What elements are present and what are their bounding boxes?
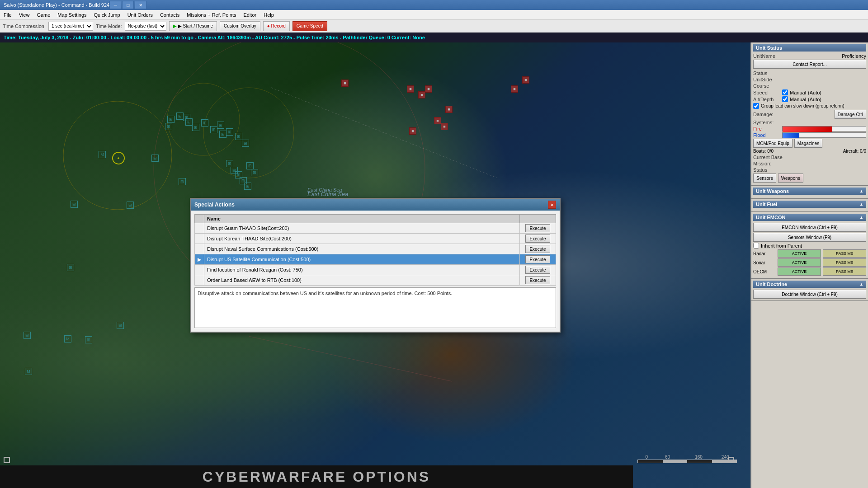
table-row[interactable]: Find location of Ronald Reagan (Cost: 75…: [195, 265, 556, 275]
time-compression-select[interactable]: 1 sec (real-time): [48, 22, 93, 31]
systems-label: Systems:: [753, 120, 780, 125]
dialog-title: Special Actions: [194, 202, 235, 208]
magazines-button[interactable]: Magazines: [794, 139, 822, 148]
execute-button-0[interactable]: Execute: [525, 224, 550, 232]
action-name: Find location of Ronald Reagan (Cost: 75…: [204, 265, 520, 275]
sensors-button[interactable]: Sensors: [753, 174, 776, 183]
close-button[interactable]: ✕: [135, 1, 146, 9]
alt-manual-checkbox[interactable]: [782, 96, 788, 102]
unit-doctrine-title: Unit Doctrine ▲: [753, 281, 866, 288]
unit-name-row: UnitName Proficiency: [753, 53, 866, 59]
col-name-header: Name: [204, 215, 520, 223]
play-icon: ▶: [173, 23, 177, 28]
unit-doctrine-section: Unit Doctrine ▲ Doctrine Window (Ctrl + …: [751, 279, 868, 301]
map-area[interactable]: East China Sea ⊞ ⊞ ⊞ ⊞ ⊞ ⊞ ⊞ ⊞ ⊞ ⊞ ⊞ ⊞ ⊞…: [0, 42, 750, 488]
group-lead-label: Group lead can slow down (group reform): [761, 103, 844, 108]
fire-label: Fire: [753, 126, 780, 131]
sonar-passive-button[interactable]: PASSIVE: [823, 258, 866, 267]
course-label: Course: [753, 83, 780, 89]
execute-button-4[interactable]: Execute: [525, 266, 550, 274]
unit-emcon-title: Unit EMCON ▲: [753, 214, 866, 221]
row-arrow: ▶: [195, 254, 204, 265]
proficiency-label: Proficiency: [782, 53, 866, 59]
damage-label: Damage:: [753, 112, 780, 117]
unit-doctrine-collapse[interactable]: ▲: [859, 282, 863, 286]
menu-item-help[interactable]: Help: [260, 11, 278, 19]
flood-bar-container: [782, 132, 866, 138]
group-lead-checkbox[interactable]: [753, 103, 759, 109]
table-row[interactable]: Disrupt Naval Surface Communications (Co…: [195, 244, 556, 254]
menu-item-view[interactable]: View: [15, 11, 33, 19]
actions-table: Name Disrupt Guam THAAD Site(Cost:200)Ex…: [194, 214, 556, 286]
unit-emcon-collapse[interactable]: ▲: [859, 215, 863, 220]
unit-fuel-section: Unit Fuel ▲: [751, 199, 868, 212]
speed-manual-checkbox[interactable]: [782, 89, 788, 95]
action-name: Disrupt Naval Surface Communications (Co…: [204, 244, 520, 254]
special-actions-dialog: Special Actions ✕ Name: [190, 198, 561, 333]
radar-active-button[interactable]: ACTIVE: [778, 249, 821, 258]
emcon-window-button[interactable]: EMCON Window (Ctrl + F9): [753, 223, 866, 232]
custom-overlay-button[interactable]: Custom Overlay: [220, 21, 260, 31]
oecm-passive-button[interactable]: PASSIVE: [823, 267, 866, 276]
menu-item-file[interactable]: File: [0, 11, 15, 19]
minimize-button[interactable]: ─: [109, 1, 121, 9]
menu-item-missions-ref-points[interactable]: Missions + Ref. Points: [183, 11, 240, 19]
speed-label: Speed: [753, 90, 780, 95]
table-row[interactable]: Order Land Based AEW to RTB (Cost:100)Ex…: [195, 275, 556, 286]
sonar-active-button[interactable]: ACTIVE: [778, 258, 821, 267]
table-row[interactable]: Disrupt Guam THAAD Site(Cost:200)Execute: [195, 223, 556, 234]
sonar-row: Sonar ACTIVE PASSIVE: [753, 258, 866, 267]
table-row[interactable]: ▶Disrupt US Satellite Communication (Cos…: [195, 254, 556, 265]
weapons-button[interactable]: Weapons: [778, 174, 803, 183]
sensors-window-button[interactable]: Sensors Window (F9): [753, 233, 866, 242]
mcm-magazines-row: MCM/Pod Equip Magazines: [753, 139, 866, 148]
record-button[interactable]: ● Record: [263, 21, 290, 31]
menu-item-unit-orders[interactable]: Unit Orders: [124, 11, 156, 19]
row-arrow: [195, 234, 204, 244]
execute-button-5[interactable]: Execute: [525, 276, 550, 284]
oecm-active-button[interactable]: ACTIVE: [778, 267, 821, 276]
row-arrow: [195, 244, 204, 254]
inherit-parent-row: Inherit from Parent: [753, 243, 866, 249]
radar-row: Radar ACTIVE PASSIVE: [753, 249, 866, 258]
start-resume-button[interactable]: ▶ ▶ Start / Resume: [169, 21, 217, 31]
status2-label: Status: [753, 167, 780, 173]
menu-item-map-settings[interactable]: Map Settings: [54, 11, 90, 19]
mcm-pod-equip-button[interactable]: MCM/Pod Equip: [753, 139, 793, 148]
unit-name-label: UnitName: [753, 53, 780, 59]
contact-report-button[interactable]: Contact Report...: [753, 60, 866, 69]
dialog-close-button[interactable]: ✕: [548, 201, 556, 209]
flood-label: Flood: [753, 132, 780, 138]
sensors-weapons-row: Sensors Weapons: [753, 174, 866, 183]
maximize-button[interactable]: □: [122, 1, 134, 9]
time-mode-select[interactable]: No-pulse (fast): [125, 22, 166, 31]
game-speed-button[interactable]: Game Speed: [292, 21, 327, 31]
table-row[interactable]: Disrupt Korean THAAD Site(Cost:200)Execu…: [195, 234, 556, 244]
col-indicator: [195, 215, 204, 223]
mission-row: Mission:: [753, 161, 866, 166]
speed-manual-label: Manual: [790, 90, 806, 95]
boats-label: Boats: 0/0: [753, 149, 774, 154]
current-base-label: Current Base: [753, 155, 783, 160]
execute-button-3[interactable]: Execute: [525, 255, 550, 263]
radar-passive-button[interactable]: PASSIVE: [823, 249, 866, 258]
dialog-content: Name Disrupt Guam THAAD Site(Cost:200)Ex…: [191, 211, 560, 332]
unit-status-section: Unit Status UnitName Proficiency Contact…: [751, 42, 868, 186]
menu-item-quick-jump[interactable]: Quick Jump: [90, 11, 124, 19]
unit-fuel-collapse[interactable]: ▲: [859, 202, 863, 206]
menu-item-editor[interactable]: Editor: [240, 11, 260, 19]
modal-overlay: Special Actions ✕ Name: [0, 42, 750, 488]
inherit-parent-checkbox[interactable]: [753, 243, 759, 249]
flood-bar: [783, 133, 799, 138]
execute-button-1[interactable]: Execute: [525, 235, 550, 243]
doctrine-window-button[interactable]: Doctrine Window (Ctrl + F9): [753, 290, 866, 299]
menu-item-contacts[interactable]: Contacts: [156, 11, 183, 19]
fire-row: Fire: [753, 126, 866, 131]
menu-item-game[interactable]: Game: [33, 11, 54, 19]
execute-cell: Execute: [520, 265, 556, 275]
execute-button-2[interactable]: Execute: [525, 245, 550, 253]
fire-bar: [783, 127, 832, 132]
unit-weapons-collapse[interactable]: ▲: [859, 189, 863, 193]
alt-depth-row: Alt/Depth Manual (Auto): [753, 96, 866, 102]
damage-ctrl-button[interactable]: Damage Ctrl: [835, 110, 866, 119]
